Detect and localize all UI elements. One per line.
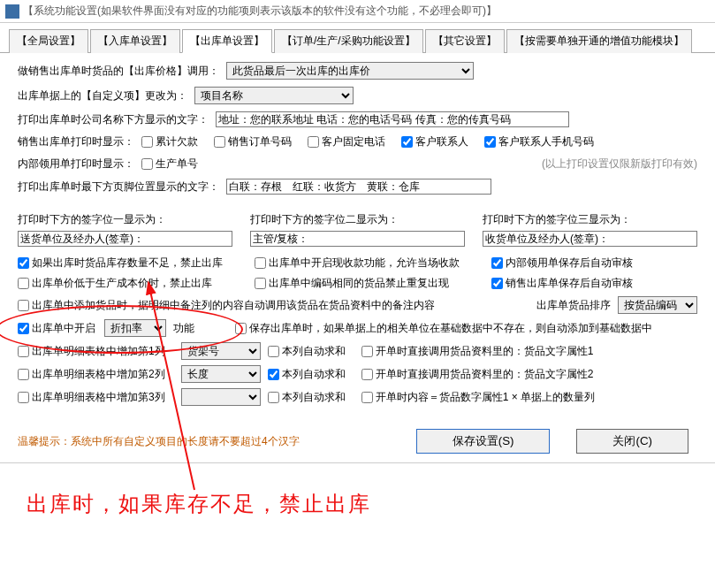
chk-internal-autoapprove[interactable] bbox=[491, 257, 503, 269]
label-sig3: 打印时下方的签字位三显示为： bbox=[483, 212, 697, 227]
chk-cash-receive[interactable] bbox=[255, 257, 266, 269]
chk-cumulative-debt-label: 累计欠款 bbox=[156, 134, 198, 149]
chk-col3-sum[interactable] bbox=[268, 392, 279, 403]
print-hint: (以上打印设置仅限新版打印有效) bbox=[542, 157, 697, 172]
chk-customer-contact[interactable] bbox=[401, 136, 413, 148]
chk-col2-sum-label: 本列自动求和 bbox=[282, 367, 346, 382]
select-custom-field[interactable]: 项目名称 bbox=[194, 87, 354, 104]
chk-cash-receive-label: 出库单中开启现收款功能，允许当场收款 bbox=[269, 256, 460, 271]
chk-col3-attr[interactable] bbox=[361, 392, 373, 403]
content-area: 做销售出库单时货品的【出库价格】调用： 此货品最后一次出库的出库价 出库单据上的… bbox=[0, 53, 715, 420]
label-footer-text: 打印出库单时最下方页脚位置显示的文字： bbox=[18, 179, 219, 195]
chk-forbid-no-stock[interactable] bbox=[18, 257, 29, 269]
close-button[interactable]: 关闭(C) bbox=[576, 429, 688, 454]
tab-addons[interactable]: 【按需要单独开通的增值功能模块】 bbox=[506, 29, 692, 53]
label-sig2: 打印时下方的签字位二显示为： bbox=[250, 212, 465, 227]
chk-sales-autoapprove[interactable] bbox=[491, 278, 503, 289]
chk-customer-phone-label: 客户固定电话 bbox=[322, 134, 385, 149]
save-button[interactable]: 保存设置(S) bbox=[416, 429, 551, 454]
chk-col1-sum-label: 本列自动求和 bbox=[282, 344, 346, 359]
label-company-subtext: 打印出库单时公司名称下方显示的文字： bbox=[18, 112, 209, 127]
chk-col1-attr-label: 开单时直接调用货品资料里的：货品文字属性1 bbox=[376, 344, 594, 359]
window-title-bar: 【系统功能设置(如果软件界面没有对应的功能项则表示该版本的软件没有这个功能，不必… bbox=[0, 0, 715, 23]
select-col2[interactable]: 长度 bbox=[181, 365, 261, 383]
label-outprice: 做销售出库单时货品的【出库价格】调用： bbox=[18, 64, 219, 79]
chk-customer-phone[interactable] bbox=[308, 136, 319, 148]
input-footer-text[interactable] bbox=[226, 179, 491, 195]
window-title: 【系统功能设置(如果软件界面没有对应的功能项则表示该版本的软件没有这个功能，不必… bbox=[23, 4, 497, 19]
select-col3[interactable] bbox=[181, 388, 261, 406]
app-icon bbox=[5, 4, 19, 19]
chk-col3-sum-label: 本列自动求和 bbox=[282, 390, 346, 405]
chk-customer-contact-label: 客户联系人 bbox=[415, 134, 468, 149]
chk-col1-sum[interactable] bbox=[268, 346, 279, 357]
chk-auto-add-basedata-label: 保存出库单时，如果单据上的相关单位在基础数据中不存在，则自动添加到基础数据中 bbox=[249, 321, 652, 336]
select-discount-type[interactable]: 折扣率 bbox=[104, 319, 166, 337]
label-sales-print: 销售出库单打印时显示： bbox=[18, 134, 134, 149]
input-company-subtext[interactable] bbox=[216, 111, 569, 127]
chk-internal-autoapprove-label: 内部领用单保存后自动审核 bbox=[506, 256, 633, 271]
chk-extra-col2[interactable] bbox=[18, 369, 29, 380]
chk-forbid-no-stock-label: 如果出库时货品库存数量不足，禁止出库 bbox=[32, 256, 223, 271]
select-outprice[interactable]: 此货品最后一次出库的出库价 bbox=[226, 62, 474, 80]
chk-sales-order-no-label: 销售订单号码 bbox=[228, 134, 292, 149]
label-function: 功能 bbox=[173, 321, 194, 336]
chk-col2-sum[interactable] bbox=[268, 369, 279, 380]
chk-extra-col3-label: 出库单明细表格中增加第3列 bbox=[32, 390, 165, 405]
chk-extra-col1[interactable] bbox=[18, 346, 29, 357]
tab-outbound[interactable]: 【出库单设置】 bbox=[182, 29, 272, 53]
chk-enable-discount[interactable] bbox=[18, 323, 29, 334]
tab-row: 【全局设置】 【入库单设置】 【出库单设置】 【订单/生产/采购功能设置】 【其… bbox=[0, 23, 715, 53]
chk-extra-col2-label: 出库单明细表格中增加第2列 bbox=[32, 367, 165, 382]
label-item-sort: 出库单货品排序 bbox=[536, 298, 611, 313]
chk-forbid-dup-code-label: 出库单中编码相同的货品禁止重复出现 bbox=[269, 276, 449, 291]
chk-production-no-label: 生产单号 bbox=[156, 157, 198, 172]
select-item-sort[interactable]: 按货品编码 bbox=[618, 296, 697, 314]
chk-sales-autoapprove-label: 销售出库单保存后自动审核 bbox=[506, 276, 633, 291]
tab-inbound[interactable]: 【入库单设置】 bbox=[90, 29, 180, 53]
chk-sales-order-no[interactable] bbox=[214, 136, 225, 148]
chk-customer-mobile[interactable] bbox=[484, 136, 496, 148]
select-col1[interactable]: 货架号 bbox=[181, 342, 261, 360]
chk-forbid-below-cost[interactable] bbox=[18, 278, 29, 289]
label-internal-print: 内部领用单打印时显示： bbox=[18, 157, 134, 172]
annotation-text: 出库时，如果库存不足，禁止出库 bbox=[0, 463, 715, 571]
chk-col2-attr-label: 开单时直接调用货品资料里的：货品文字属性2 bbox=[376, 367, 594, 382]
chk-production-no[interactable] bbox=[141, 158, 153, 170]
tab-other[interactable]: 【其它设置】 bbox=[425, 29, 505, 53]
chk-col3-attr-label: 开单时内容＝货品数字属性1 × 单据上的数量列 bbox=[376, 390, 595, 405]
chk-cumulative-debt[interactable] bbox=[141, 136, 153, 148]
chk-forbid-dup-code[interactable] bbox=[255, 278, 266, 289]
chk-auto-remark-label: 出库单中添加货品时，据明细中备注列的内容自动调用该货品在货品资料中的备注内容 bbox=[32, 298, 435, 313]
input-sig1[interactable] bbox=[18, 231, 232, 247]
input-sig3[interactable] bbox=[483, 231, 697, 247]
tab-global[interactable]: 【全局设置】 bbox=[9, 29, 88, 53]
chk-col1-attr[interactable] bbox=[361, 346, 373, 357]
chk-auto-remark[interactable] bbox=[18, 300, 29, 311]
footer-bar: 温馨提示：系统中所有自定义项目的长度请不要超过4个汉字 保存设置(S) 关闭(C… bbox=[0, 420, 715, 462]
annotation-area: 出库时，如果库存不足，禁止出库 bbox=[0, 462, 715, 571]
tab-order-prod-purchase[interactable]: 【订单/生产/采购功能设置】 bbox=[274, 29, 423, 53]
label-custom-field: 出库单据上的【自定义项】更改为： bbox=[18, 88, 187, 103]
chk-enable-discount-label: 出库单中开启 bbox=[32, 321, 95, 336]
label-sig1: 打印时下方的签字位一显示为： bbox=[18, 212, 232, 227]
chk-extra-col3[interactable] bbox=[18, 392, 29, 403]
chk-auto-add-basedata[interactable] bbox=[235, 323, 247, 334]
chk-extra-col1-label: 出库单明细表格中增加第1列 bbox=[32, 344, 165, 359]
chk-col2-attr[interactable] bbox=[361, 369, 373, 380]
input-sig2[interactable] bbox=[250, 231, 465, 247]
footer-tip: 温馨提示：系统中所有自定义项目的长度请不要超过4个汉字 bbox=[0, 434, 390, 449]
chk-customer-mobile-label: 客户联系人手机号码 bbox=[498, 134, 594, 149]
chk-forbid-below-cost-label: 出库单价低于生产成本价时，禁止出库 bbox=[32, 276, 212, 291]
